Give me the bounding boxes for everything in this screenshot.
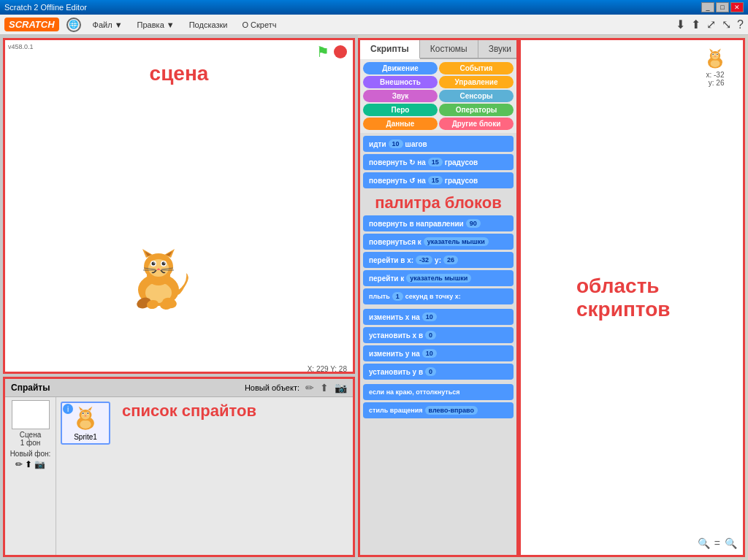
stage-coords: X: 229 Y: 28: [308, 365, 347, 373]
sprites-title: Спрайты: [11, 383, 50, 393]
left-panel: v458.0.1 ⚑ сцена: [0, 35, 358, 560]
svg-point-42: [712, 53, 714, 55]
upload-bg-icon[interactable]: ⬆: [25, 459, 32, 469]
minimize-button[interactable]: _: [701, 2, 714, 12]
cat-sprite: [122, 248, 195, 313]
shrink-icon[interactable]: ⤡: [722, 18, 731, 31]
block-turn-left[interactable]: повернуть ↺ на 15 градусов: [363, 172, 514, 188]
green-flag-button[interactable]: ⚑: [316, 43, 329, 61]
scripts-area[interactable]: область скриптов x: -32 y: 26 🔍 = 🔍: [519, 38, 745, 557]
block-glide[interactable]: плыть 1 секунд в точку x:: [363, 288, 514, 304]
svg-point-31: [83, 413, 84, 414]
svg-point-14: [152, 262, 156, 266]
block-turn-right[interactable]: повернуть ↻ на 15 градусов: [363, 154, 514, 170]
globe-icon[interactable]: 🌐: [66, 18, 81, 32]
new-object-label: Новый объект:: [245, 383, 299, 392]
camera-sprite-button[interactable]: 📷: [335, 382, 347, 394]
title-bar: Scratch 2 Offline Editor _ □ ✕: [0, 0, 748, 15]
category-data[interactable]: Данные: [363, 118, 438, 130]
svg-point-18: [164, 262, 165, 264]
scene-thumbnail[interactable]: [12, 400, 50, 429]
tab-scripts[interactable]: Скрипты: [360, 40, 420, 59]
toolbar-icons: ⬇ ⬆ ⤢ ⤡ ?: [676, 18, 744, 31]
sprite-item[interactable]: i: [61, 402, 110, 445]
block-change-x[interactable]: изменить х на 10: [363, 309, 514, 325]
stage-version: v458.0.1: [8, 43, 34, 50]
stage-area[interactable]: v458.0.1 ⚑ сцена: [3, 38, 355, 374]
stop-button[interactable]: [334, 45, 347, 58]
block-goto[interactable]: перейти к указатель мышки: [363, 270, 514, 286]
scratch-logo: SCRATCH: [4, 18, 59, 31]
block-goto-xy[interactable]: перейти в x: -32 y: 26: [363, 252, 514, 268]
sprites-list-label: список спрайтов: [122, 402, 256, 421]
blocks-scroll[interactable]: идти 10 шагов повернуть ↻ на 15 градусов…: [360, 133, 516, 555]
new-bg-label: Новый фон:: [10, 450, 51, 458]
blocks-panel: Скрипты Костюмы Звуки Движение События В…: [358, 38, 519, 557]
category-sensing[interactable]: Сенсоры: [439, 90, 514, 102]
sprite-info-button[interactable]: i: [63, 404, 73, 414]
title-bar-controls: _ □ ✕: [701, 2, 744, 12]
fullscreen-icon[interactable]: ⤢: [706, 18, 716, 31]
upload-icon[interactable]: ⬆: [691, 18, 701, 31]
sprite-list: список спрайтов i: [56, 397, 353, 555]
camera-bg-icon[interactable]: 📷: [34, 459, 45, 469]
zoom-in-icon[interactable]: 🔍: [725, 537, 737, 549]
category-operators[interactable]: Операторы: [439, 104, 514, 116]
svg-marker-39: [709, 48, 713, 52]
upload-sprite-button[interactable]: ⬆: [320, 382, 329, 394]
sprite-name: Sprite1: [74, 433, 97, 441]
category-more[interactable]: Другие блоки: [439, 118, 514, 130]
sprite-thumbnail: [69, 405, 102, 433]
category-motion[interactable]: Движение: [363, 62, 438, 74]
scene-label: Сцена: [20, 431, 41, 439]
main-area: v458.0.1 ⚑ сцена: [0, 35, 748, 560]
category-pen[interactable]: Перо: [363, 104, 438, 116]
scripts-zoom: 🔍 = 🔍: [698, 537, 737, 549]
block-rotation-style[interactable]: стиль вращения влево-вправо: [363, 402, 514, 418]
category-sound[interactable]: Звук: [363, 90, 438, 102]
menu-bar: SCRATCH 🌐 Файл ▼ Правка ▼ Подсказки О Ск…: [0, 15, 748, 35]
category-events[interactable]: События: [439, 62, 514, 74]
palette-label: палитра блоков: [363, 191, 514, 215]
svg-marker-28: [79, 407, 83, 411]
category-looks[interactable]: Внешность: [363, 76, 438, 88]
zoom-out-icon[interactable]: 🔍: [698, 537, 710, 549]
menu-tips[interactable]: Подсказки: [183, 18, 234, 31]
scene-sublabel: 1 фон: [20, 439, 41, 447]
block-bounce[interactable]: если на краю, оттолкнуться: [363, 384, 514, 400]
block-move-steps[interactable]: идти 10 шагов: [363, 136, 514, 152]
stage-label: сцена: [150, 62, 209, 85]
svg-point-25: [80, 420, 91, 429]
svg-marker-40: [717, 48, 721, 52]
svg-marker-29: [88, 407, 92, 411]
help-icon[interactable]: ?: [737, 18, 744, 31]
paint-bg-icon[interactable]: ✏: [15, 459, 23, 469]
svg-point-17: [162, 262, 166, 266]
svg-point-33: [87, 413, 88, 414]
menu-edit[interactable]: Правка ▼: [131, 18, 180, 31]
title-text: Scratch 2 Offline Editor: [4, 3, 87, 12]
block-change-y[interactable]: изменить у на 10: [363, 345, 514, 361]
tab-costumes[interactable]: Костюмы: [420, 40, 478, 58]
zoom-reset-icon[interactable]: =: [714, 537, 720, 549]
close-button[interactable]: ✕: [730, 2, 744, 12]
block-set-x[interactable]: установить х в 0: [363, 327, 514, 343]
block-set-y[interactable]: установить у в 0: [363, 364, 514, 380]
sprite-coords: x: -32 y: 26: [706, 71, 724, 87]
paint-sprite-button[interactable]: ✏: [305, 382, 314, 394]
maximize-button[interactable]: □: [716, 2, 729, 12]
menu-file[interactable]: Файл ▼: [87, 18, 129, 31]
svg-point-44: [717, 53, 718, 55]
scene-panel: Сцена 1 фон Новый фон: ✏ ⬆ 📷: [5, 397, 56, 555]
category-palette: Движение События Внешность Управление Зв…: [360, 59, 516, 133]
svg-point-36: [711, 60, 720, 67]
sprite-preview: x: -32 y: 26: [702, 47, 728, 87]
block-point-towards[interactable]: повернуться к указатель мышки: [363, 234, 514, 250]
download-icon[interactable]: ⬇: [676, 18, 685, 31]
sprites-body: Сцена 1 фон Новый фон: ✏ ⬆ 📷 список спра…: [5, 397, 353, 555]
menu-about[interactable]: О Скретч: [236, 18, 282, 31]
block-point-direction[interactable]: повернуть в направлении 90: [363, 215, 514, 231]
tabs-bar: Скрипты Костюмы Звуки: [360, 40, 516, 59]
category-control[interactable]: Управление: [439, 76, 514, 88]
tab-sounds[interactable]: Звуки: [478, 40, 522, 58]
